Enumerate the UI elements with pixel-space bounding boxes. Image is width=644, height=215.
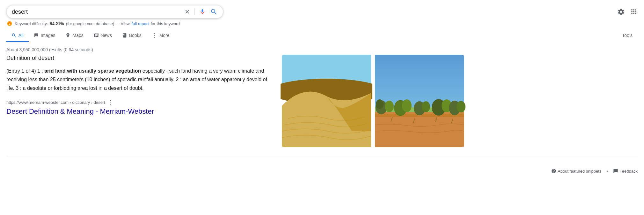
images-icon <box>34 33 39 38</box>
tab-news-label: News <box>101 33 112 38</box>
definition-prefix: (Entry 1 of 4) 1 : <box>6 68 44 74</box>
bottom-divider <box>6 157 638 157</box>
maps-icon <box>65 33 70 38</box>
clear-button[interactable]: ✕ <box>185 8 190 16</box>
grid-icon <box>630 8 638 16</box>
tab-images-label: Images <box>41 33 55 38</box>
url-text: https://www.merriam-webster.com › dictio… <box>6 100 105 105</box>
apps-button[interactable] <box>630 8 638 16</box>
keyword-difficulty-bar: 🔥 Keyword difficulty: 94.21% (for google… <box>0 18 644 29</box>
books-icon <box>122 33 127 38</box>
kw-percent: 94.21% <box>50 21 64 26</box>
search-submit-button[interactable] <box>210 8 218 16</box>
tab-more[interactable]: ⋮ More <box>147 29 175 43</box>
feedback-label: Feedback <box>619 169 638 174</box>
tab-more-label: More <box>159 33 170 38</box>
more-dots-icon: ⋮ <box>152 32 157 39</box>
svg-point-12 <box>402 99 412 112</box>
tab-maps[interactable]: Maps <box>60 30 88 42</box>
definition-bold: arid land with usually sparse vegetation <box>44 68 141 74</box>
tab-all[interactable]: All <box>6 30 29 42</box>
svg-point-10 <box>376 99 384 109</box>
about-snippets-link[interactable]: About featured snippets <box>551 168 601 174</box>
kw-full-report-link[interactable]: full report <box>132 21 149 26</box>
desert-images <box>281 55 465 147</box>
kw-link-suffix: for this keyword <box>151 21 180 26</box>
kw-label: Keyword difficulty: <box>15 21 48 26</box>
desert-image-1[interactable] <box>281 55 372 147</box>
tab-tools[interactable]: Tools <box>617 30 638 42</box>
tab-images[interactable]: Images <box>29 30 61 42</box>
dot-separator: • <box>606 169 608 174</box>
nav-tabs: All Images Maps News Books ⋮ More Tools <box>0 29 644 43</box>
desert-image-2[interactable] <box>374 55 465 147</box>
header: desert ✕ <box>0 0 644 18</box>
tab-maps-label: Maps <box>72 33 83 38</box>
svg-point-9 <box>385 101 394 112</box>
kw-suffix: (for google.com database) — View <box>66 21 130 26</box>
tab-books[interactable]: Books <box>117 30 147 42</box>
definition-body: (Entry 1 of 4) 1 : arid land with usuall… <box>6 67 268 93</box>
left-column: Definition of desert (Entry 1 of 4) 1 : … <box>6 55 268 147</box>
right-column <box>281 55 638 147</box>
search-icon <box>210 8 218 16</box>
keyword-difficulty-icon: 🔥 <box>6 20 13 27</box>
settings-button[interactable] <box>617 8 625 16</box>
tab-all-label: All <box>18 33 24 38</box>
featured-snippet: Definition of desert (Entry 1 of 4) 1 : … <box>6 55 268 116</box>
result-title-link[interactable]: Desert Definition & Meaning - Merriam-We… <box>6 107 268 116</box>
outback-svg <box>374 55 465 147</box>
main-content: Definition of desert (Entry 1 of 4) 1 : … <box>0 55 644 147</box>
feedback-icon <box>613 168 618 174</box>
header-right <box>617 8 638 16</box>
question-circle-icon <box>551 168 556 174</box>
search-input[interactable]: desert <box>12 9 181 15</box>
desert-dunes-svg <box>281 55 372 147</box>
tab-books-label: Books <box>129 33 142 38</box>
svg-point-18 <box>457 101 465 112</box>
tools-label: Tools <box>622 33 633 38</box>
result-url: https://www.merriam-webster.com › dictio… <box>6 99 268 106</box>
mic-icon <box>199 8 206 16</box>
news-icon <box>94 33 99 38</box>
gear-icon <box>617 8 625 16</box>
result-options-button[interactable]: ⋮ <box>108 99 113 106</box>
definition-title: Definition of desert <box>6 55 268 61</box>
search-bar-icons: ✕ <box>185 8 218 16</box>
all-icon <box>11 33 17 38</box>
feedback-link[interactable]: Feedback <box>613 168 638 174</box>
svg-point-14 <box>422 101 430 112</box>
about-snippets-label: About featured snippets <box>558 169 601 174</box>
mic-button[interactable] <box>199 8 206 16</box>
svg-text:🔥: 🔥 <box>8 21 12 25</box>
results-count: About 3,950,000,000 results (0.64 second… <box>0 43 644 55</box>
search-bar: desert ✕ <box>6 5 223 18</box>
bottom-feedback-bar: About featured snippets • Feedback <box>0 163 644 179</box>
tab-news[interactable]: News <box>89 30 117 42</box>
